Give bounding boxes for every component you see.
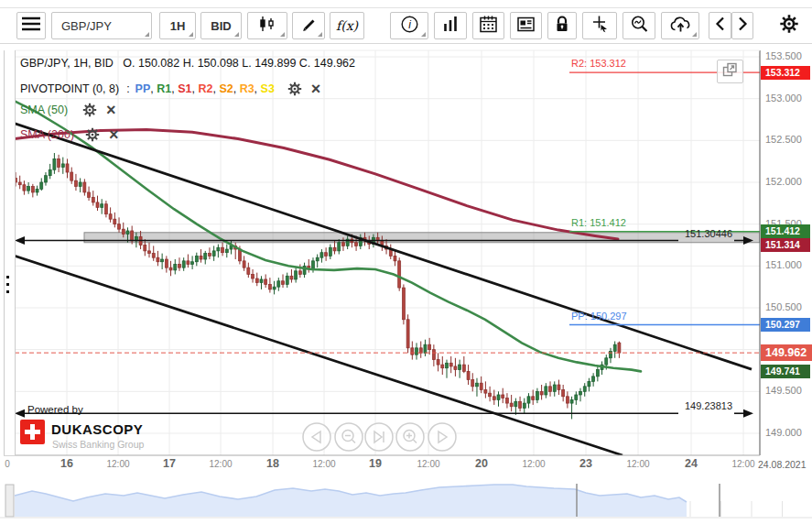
step-back-button[interactable]: [303, 423, 330, 451]
brand-tagline: Swiss Banking Group: [52, 439, 144, 450]
splitter-handle-dot: [6, 290, 9, 293]
sma200-label: SMA (200): [20, 128, 74, 141]
time-tick-label: 18: [266, 457, 279, 470]
ohlc-values: O. 150.082 H. 150.098 L. 149.899 C. 149.…: [123, 57, 355, 70]
time-tick-label: 12:00: [626, 459, 649, 469]
step-forward-button[interactable]: [428, 423, 456, 451]
time-tick-label: 12:00: [209, 459, 232, 469]
price-tick-label: 153.500: [765, 50, 802, 61]
pivot-level-R1: R1: [157, 82, 171, 95]
pivot-colon: :: [126, 82, 129, 95]
pivot-line-label: PP: 150.297: [571, 311, 627, 322]
pivot-line-label: R2: 153.312: [571, 58, 626, 69]
zoom-in-button[interactable]: [396, 423, 424, 451]
price-tick-label: 151.000: [765, 259, 802, 270]
time-tick-label: 23: [579, 457, 592, 470]
price-badge-149.741: 149.741: [761, 365, 810, 378]
pivot-level-R3: R3: [240, 82, 254, 95]
time-tick-label: 24: [685, 457, 698, 470]
ohlc-legend: GBP/JPY, 1H, BID O. 150.082 H. 150.098 L…: [20, 57, 355, 70]
pivotpoint-legend: PIVOTPOINT (0, 8) : PP, R1, S1, R2, S2, …: [20, 82, 320, 96]
open-in-window-icon: [722, 62, 738, 81]
time-tick-label: 12:00: [417, 459, 439, 469]
time-tick-label: 12:00: [731, 459, 754, 469]
swiss-flag-icon: [20, 420, 45, 444]
pivot-level-list: PP, R1, S1, R2, S2, R3, S3: [135, 82, 275, 95]
price-badge-151.314: 151.314: [761, 238, 810, 252]
pivot-level-S2: S2: [219, 82, 233, 95]
pivot-level-S3: S3: [261, 82, 275, 95]
time-tick-label: 0: [5, 459, 10, 469]
price-badge-151.412: 151.412: [761, 224, 810, 238]
zoom-out-button[interactable]: [335, 423, 363, 451]
sma50-label: SMA (50): [20, 104, 68, 116]
ohlc-symbol: GBP/JPY, 1H, BID: [20, 57, 114, 70]
time-tick-label: 12:00: [312, 459, 335, 469]
splitter-handle-dot: [6, 276, 9, 278]
time-tick-label: 12:00: [106, 459, 129, 469]
go-to-end-button[interactable]: [365, 423, 393, 451]
pivot-level-PP: PP: [135, 82, 151, 95]
sma50-legend: SMA (50) ×: [20, 103, 116, 117]
price-tick-label: 152.500: [765, 134, 802, 145]
price-badge-150.297: 150.297: [761, 318, 810, 332]
time-tick-label: 12:00: [522, 459, 545, 469]
time-tick-label: 19: [369, 457, 382, 470]
detach-chart-button[interactable]: [717, 60, 743, 83]
price-tick-label: 150.500: [765, 301, 802, 312]
dukascopy-logo: DUKASCOPY Swiss Banking Group: [20, 420, 258, 454]
ray-price-label: 149.23813: [650, 400, 732, 411]
pivot-level-S1: S1: [178, 82, 191, 95]
pivot-settings-icon[interactable]: [287, 82, 302, 96]
price-badge-149.962: 149.962: [761, 344, 812, 361]
pivot-level-R2: R2: [198, 82, 212, 95]
price-tick-label: 149.500: [765, 385, 802, 396]
price-tick-label: 152.000: [765, 176, 802, 187]
axis-date-label: 24.08.2021: [758, 459, 807, 470]
pivot-close-icon[interactable]: ×: [311, 83, 321, 94]
price-tick-label: 149.000: [765, 427, 802, 438]
splitter-handle-dot: [6, 283, 9, 286]
sma200-legend: SMA (200) ×: [20, 127, 119, 142]
instrument-panel-splitter[interactable]: [4, 50, 16, 455]
trading-chart-app: GBP/JPY 1H BID f(x) i: [0, 0, 812, 524]
brand-name: DUKASCOPY: [51, 421, 143, 437]
ray-price-label: 151.30446: [650, 228, 732, 239]
sma50-close-icon[interactable]: ×: [106, 104, 116, 115]
pivot-line-label: R1: 151.412: [571, 217, 626, 228]
price-tick-label: 153.000: [765, 93, 802, 104]
time-tick-label: 17: [163, 457, 176, 470]
sma200-settings-icon[interactable]: [85, 127, 100, 142]
time-tick-label: 20: [475, 457, 488, 470]
pivotpoint-name: PIVOTPOINT (0, 8): [20, 82, 119, 95]
time-tick-label: 16: [60, 457, 73, 470]
sma200-close-icon[interactable]: ×: [109, 129, 119, 140]
price-badge-153.312: 153.312: [761, 66, 810, 80]
powered-by-text: Powered by: [27, 404, 83, 415]
sma50-settings-icon[interactable]: [82, 103, 97, 117]
